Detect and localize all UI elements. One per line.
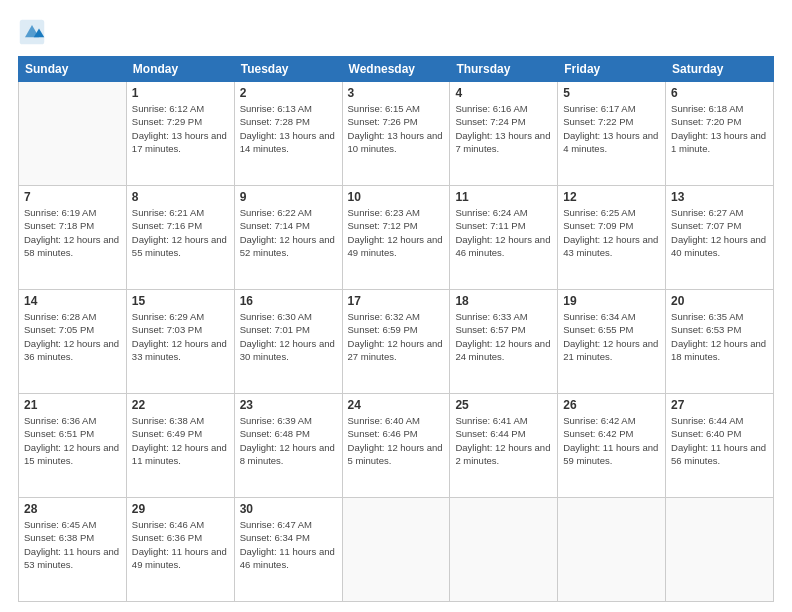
calendar-cell xyxy=(450,498,558,602)
day-number: 25 xyxy=(455,398,552,412)
day-info: Sunrise: 6:16 AMSunset: 7:24 PMDaylight:… xyxy=(455,102,552,155)
day-info: Sunrise: 6:15 AMSunset: 7:26 PMDaylight:… xyxy=(348,102,445,155)
day-header-monday: Monday xyxy=(126,57,234,82)
calendar-cell: 27Sunrise: 6:44 AMSunset: 6:40 PMDayligh… xyxy=(666,394,774,498)
day-number: 19 xyxy=(563,294,660,308)
day-number: 9 xyxy=(240,190,337,204)
day-number: 20 xyxy=(671,294,768,308)
calendar-cell: 7Sunrise: 6:19 AMSunset: 7:18 PMDaylight… xyxy=(19,186,127,290)
day-header-sunday: Sunday xyxy=(19,57,127,82)
day-info: Sunrise: 6:41 AMSunset: 6:44 PMDaylight:… xyxy=(455,414,552,467)
week-row-2: 7Sunrise: 6:19 AMSunset: 7:18 PMDaylight… xyxy=(19,186,774,290)
day-info: Sunrise: 6:34 AMSunset: 6:55 PMDaylight:… xyxy=(563,310,660,363)
calendar-cell: 11Sunrise: 6:24 AMSunset: 7:11 PMDayligh… xyxy=(450,186,558,290)
day-number: 13 xyxy=(671,190,768,204)
day-info: Sunrise: 6:13 AMSunset: 7:28 PMDaylight:… xyxy=(240,102,337,155)
day-number: 23 xyxy=(240,398,337,412)
day-header-saturday: Saturday xyxy=(666,57,774,82)
calendar-cell: 8Sunrise: 6:21 AMSunset: 7:16 PMDaylight… xyxy=(126,186,234,290)
calendar-cell: 13Sunrise: 6:27 AMSunset: 7:07 PMDayligh… xyxy=(666,186,774,290)
day-info: Sunrise: 6:39 AMSunset: 6:48 PMDaylight:… xyxy=(240,414,337,467)
day-number: 1 xyxy=(132,86,229,100)
day-info: Sunrise: 6:21 AMSunset: 7:16 PMDaylight:… xyxy=(132,206,229,259)
calendar-cell: 3Sunrise: 6:15 AMSunset: 7:26 PMDaylight… xyxy=(342,82,450,186)
calendar-cell xyxy=(342,498,450,602)
calendar-cell: 22Sunrise: 6:38 AMSunset: 6:49 PMDayligh… xyxy=(126,394,234,498)
day-number: 4 xyxy=(455,86,552,100)
day-number: 18 xyxy=(455,294,552,308)
calendar-cell: 12Sunrise: 6:25 AMSunset: 7:09 PMDayligh… xyxy=(558,186,666,290)
day-number: 6 xyxy=(671,86,768,100)
calendar-cell: 25Sunrise: 6:41 AMSunset: 6:44 PMDayligh… xyxy=(450,394,558,498)
calendar-cell: 15Sunrise: 6:29 AMSunset: 7:03 PMDayligh… xyxy=(126,290,234,394)
logo xyxy=(18,18,50,46)
day-info: Sunrise: 6:27 AMSunset: 7:07 PMDaylight:… xyxy=(671,206,768,259)
day-number: 11 xyxy=(455,190,552,204)
day-info: Sunrise: 6:22 AMSunset: 7:14 PMDaylight:… xyxy=(240,206,337,259)
day-info: Sunrise: 6:25 AMSunset: 7:09 PMDaylight:… xyxy=(563,206,660,259)
day-number: 28 xyxy=(24,502,121,516)
calendar-cell: 9Sunrise: 6:22 AMSunset: 7:14 PMDaylight… xyxy=(234,186,342,290)
calendar-cell: 14Sunrise: 6:28 AMSunset: 7:05 PMDayligh… xyxy=(19,290,127,394)
day-info: Sunrise: 6:30 AMSunset: 7:01 PMDaylight:… xyxy=(240,310,337,363)
calendar-cell xyxy=(558,498,666,602)
day-info: Sunrise: 6:36 AMSunset: 6:51 PMDaylight:… xyxy=(24,414,121,467)
calendar-cell: 19Sunrise: 6:34 AMSunset: 6:55 PMDayligh… xyxy=(558,290,666,394)
day-info: Sunrise: 6:24 AMSunset: 7:11 PMDaylight:… xyxy=(455,206,552,259)
week-row-1: 1Sunrise: 6:12 AMSunset: 7:29 PMDaylight… xyxy=(19,82,774,186)
day-number: 29 xyxy=(132,502,229,516)
calendar-cell: 26Sunrise: 6:42 AMSunset: 6:42 PMDayligh… xyxy=(558,394,666,498)
day-header-friday: Friday xyxy=(558,57,666,82)
day-number: 10 xyxy=(348,190,445,204)
week-row-5: 28Sunrise: 6:45 AMSunset: 6:38 PMDayligh… xyxy=(19,498,774,602)
day-info: Sunrise: 6:32 AMSunset: 6:59 PMDaylight:… xyxy=(348,310,445,363)
day-number: 7 xyxy=(24,190,121,204)
calendar-cell: 4Sunrise: 6:16 AMSunset: 7:24 PMDaylight… xyxy=(450,82,558,186)
week-row-4: 21Sunrise: 6:36 AMSunset: 6:51 PMDayligh… xyxy=(19,394,774,498)
day-number: 26 xyxy=(563,398,660,412)
day-number: 21 xyxy=(24,398,121,412)
calendar-cell: 16Sunrise: 6:30 AMSunset: 7:01 PMDayligh… xyxy=(234,290,342,394)
calendar-cell: 29Sunrise: 6:46 AMSunset: 6:36 PMDayligh… xyxy=(126,498,234,602)
day-number: 2 xyxy=(240,86,337,100)
day-number: 24 xyxy=(348,398,445,412)
calendar-cell: 28Sunrise: 6:45 AMSunset: 6:38 PMDayligh… xyxy=(19,498,127,602)
calendar-cell: 2Sunrise: 6:13 AMSunset: 7:28 PMDaylight… xyxy=(234,82,342,186)
day-number: 5 xyxy=(563,86,660,100)
day-info: Sunrise: 6:35 AMSunset: 6:53 PMDaylight:… xyxy=(671,310,768,363)
day-number: 27 xyxy=(671,398,768,412)
day-header-wednesday: Wednesday xyxy=(342,57,450,82)
calendar-cell: 5Sunrise: 6:17 AMSunset: 7:22 PMDaylight… xyxy=(558,82,666,186)
day-info: Sunrise: 6:45 AMSunset: 6:38 PMDaylight:… xyxy=(24,518,121,571)
day-number: 30 xyxy=(240,502,337,516)
day-info: Sunrise: 6:47 AMSunset: 6:34 PMDaylight:… xyxy=(240,518,337,571)
calendar-table: SundayMondayTuesdayWednesdayThursdayFrid… xyxy=(18,56,774,602)
day-info: Sunrise: 6:42 AMSunset: 6:42 PMDaylight:… xyxy=(563,414,660,467)
day-info: Sunrise: 6:40 AMSunset: 6:46 PMDaylight:… xyxy=(348,414,445,467)
header xyxy=(18,18,774,46)
header-row: SundayMondayTuesdayWednesdayThursdayFrid… xyxy=(19,57,774,82)
calendar-cell xyxy=(19,82,127,186)
day-number: 8 xyxy=(132,190,229,204)
calendar-cell: 6Sunrise: 6:18 AMSunset: 7:20 PMDaylight… xyxy=(666,82,774,186)
day-number: 17 xyxy=(348,294,445,308)
calendar-cell: 20Sunrise: 6:35 AMSunset: 6:53 PMDayligh… xyxy=(666,290,774,394)
calendar-cell: 10Sunrise: 6:23 AMSunset: 7:12 PMDayligh… xyxy=(342,186,450,290)
day-info: Sunrise: 6:23 AMSunset: 7:12 PMDaylight:… xyxy=(348,206,445,259)
day-info: Sunrise: 6:17 AMSunset: 7:22 PMDaylight:… xyxy=(563,102,660,155)
calendar-cell xyxy=(666,498,774,602)
calendar-cell: 23Sunrise: 6:39 AMSunset: 6:48 PMDayligh… xyxy=(234,394,342,498)
calendar-cell: 30Sunrise: 6:47 AMSunset: 6:34 PMDayligh… xyxy=(234,498,342,602)
day-number: 14 xyxy=(24,294,121,308)
calendar-cell: 24Sunrise: 6:40 AMSunset: 6:46 PMDayligh… xyxy=(342,394,450,498)
day-info: Sunrise: 6:44 AMSunset: 6:40 PMDaylight:… xyxy=(671,414,768,467)
day-number: 16 xyxy=(240,294,337,308)
day-number: 3 xyxy=(348,86,445,100)
day-info: Sunrise: 6:12 AMSunset: 7:29 PMDaylight:… xyxy=(132,102,229,155)
day-number: 22 xyxy=(132,398,229,412)
day-info: Sunrise: 6:18 AMSunset: 7:20 PMDaylight:… xyxy=(671,102,768,155)
day-header-tuesday: Tuesday xyxy=(234,57,342,82)
day-info: Sunrise: 6:46 AMSunset: 6:36 PMDaylight:… xyxy=(132,518,229,571)
page: SundayMondayTuesdayWednesdayThursdayFrid… xyxy=(0,0,792,612)
week-row-3: 14Sunrise: 6:28 AMSunset: 7:05 PMDayligh… xyxy=(19,290,774,394)
